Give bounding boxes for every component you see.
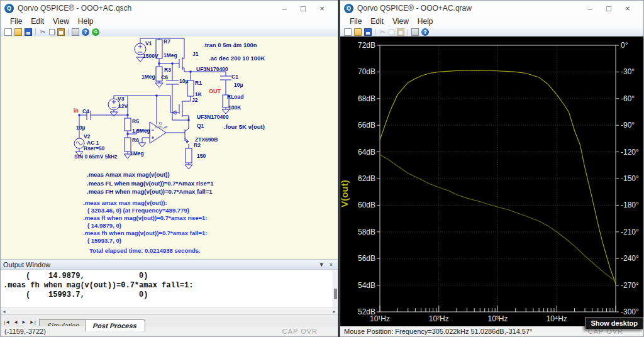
save-file-icon[interactable] xyxy=(25,28,32,36)
waveform-window: Q Qorvo QSPICE® - OOO+AC.qraw – □ × File… xyxy=(340,0,644,337)
schematic-label: X1 xyxy=(158,122,162,125)
menubar: FileEditViewHelp xyxy=(340,16,643,27)
schematic-label: TL071_an xyxy=(155,126,168,129)
schematic-label: C4 xyxy=(82,108,89,114)
schematic-label: .tran 0 5m 4m 100n xyxy=(203,41,257,48)
window-title: Qorvo QSPICE® - OOO+AC.qraw xyxy=(357,4,580,13)
x-tick-label: 10⁴Hz xyxy=(547,314,567,323)
schematic-label: R3 xyxy=(164,67,171,73)
schematic-label: 10µ xyxy=(234,82,243,88)
tab-next-icon[interactable]: ► xyxy=(20,319,28,325)
y-left-tick-label: 68dB xyxy=(358,94,375,103)
schematic-label: .meas FL when mag(v(out))=0.7*Amax rise=… xyxy=(87,180,214,187)
output-horizontal-scrollbar[interactable]: ◄ ► xyxy=(1,307,338,314)
maximize-button[interactable]: □ xyxy=(294,2,313,14)
show-desktop-tooltip: Show desktop xyxy=(585,317,643,329)
close-panel-icon[interactable]: × xyxy=(330,262,333,268)
schematic-label: .meas FH when mag(v(out))=0.7*Amax fall=… xyxy=(87,188,213,195)
menu-help[interactable]: Help xyxy=(74,17,98,26)
schematic-labels: V11500VR71MegR31MegC610µJ1UF3N170400R11K… xyxy=(74,38,265,254)
schematic-label: R2 xyxy=(194,142,201,148)
scroll-left-icon[interactable]: ◄ xyxy=(2,309,6,314)
menu-edit[interactable]: Edit xyxy=(26,17,48,26)
maximize-button[interactable]: □ xyxy=(599,2,618,14)
y-right-tick-label: 0° xyxy=(621,41,628,50)
schematic-label: J2 xyxy=(192,97,198,103)
run-icon[interactable] xyxy=(92,28,99,36)
paste-icon[interactable] xyxy=(57,28,65,36)
menu-file[interactable]: File xyxy=(345,17,366,26)
minimize-button[interactable]: – xyxy=(275,2,294,14)
close-button[interactable]: × xyxy=(618,2,637,14)
tab-last-icon[interactable]: ►| xyxy=(28,319,37,325)
scroll-right-icon[interactable]: ► xyxy=(332,309,336,314)
paste-icon[interactable] xyxy=(397,28,404,36)
cut-icon[interactable]: ✂ xyxy=(39,28,47,36)
copy-icon[interactable] xyxy=(389,29,394,35)
y-right-tick-label: -150° xyxy=(621,174,639,183)
menu-file[interactable]: File xyxy=(6,17,26,26)
schematic-label: V3 xyxy=(118,96,125,102)
y-left-tick-label: 58dB xyxy=(358,228,375,236)
y-right-tick-label: -240° xyxy=(621,254,639,263)
y-right-tick-label: -210° xyxy=(621,228,639,236)
output-vertical-scrollbar[interactable] xyxy=(333,270,338,307)
menu-view[interactable]: View xyxy=(48,17,74,26)
schematic-label: 10µ xyxy=(76,124,85,131)
titlebar[interactable]: Q Qorvo QSPICE® - OOO+AC.qraw – □ × xyxy=(340,1,643,16)
menu-view[interactable]: View xyxy=(388,17,413,26)
y-left-tick-label: 54dB xyxy=(358,281,375,290)
schematic-label: in xyxy=(74,108,79,114)
open-file-icon[interactable] xyxy=(354,28,362,36)
output-log[interactable]: ( 14.9879, 0).meas fh when mag(v(out))=0… xyxy=(1,270,338,307)
new-file-icon[interactable] xyxy=(4,28,12,36)
y-axis-label: V(out) xyxy=(340,180,350,207)
schematic-label: RLoad xyxy=(227,94,243,100)
y-left-tick-label: 62dB xyxy=(358,174,375,183)
open-file-icon[interactable] xyxy=(14,28,22,36)
schematic-label: V2 xyxy=(84,133,91,140)
x-tick-label: 10³Hz xyxy=(487,314,508,323)
left-statusbar: (-1159,-3722) CAP OVR xyxy=(1,326,338,336)
schematic-label: .meas fl when mag(v(out))=0.7*amax rise=… xyxy=(83,214,207,221)
schematic-canvas[interactable]: V11500VR71MegR31MegC610µJ1UF3N170400R11K… xyxy=(1,36,338,259)
collapse-icon[interactable]: ▼ xyxy=(319,262,325,268)
window-title: Qorvo QSPICE® - OOO+AC.qsch xyxy=(18,4,275,13)
schematic-label: C1 xyxy=(231,74,238,80)
tab-post-process[interactable]: Post Process xyxy=(85,319,145,331)
y-left-tick-label: 72dB xyxy=(358,41,375,50)
schematic-label: C6 xyxy=(161,74,168,80)
y-left-tick-label: 60dB xyxy=(358,201,375,209)
output-window-title: Output Window xyxy=(3,261,50,268)
print-icon[interactable] xyxy=(411,28,419,36)
output-window-header[interactable]: Output Window ▼ × xyxy=(1,259,338,270)
copy-icon[interactable] xyxy=(49,29,55,35)
save-file-icon[interactable] xyxy=(364,28,372,36)
print-icon[interactable] xyxy=(72,28,79,36)
new-file-icon[interactable] xyxy=(344,28,352,36)
bode-plot[interactable]: 72dB70dB68dB66dB64dB62dB60dB58dB56dB54dB… xyxy=(340,36,643,328)
y-left-tick-label: 56dB xyxy=(358,254,375,263)
output-log-line: ( 15993.7, 0) xyxy=(1,290,338,300)
close-button[interactable]: × xyxy=(313,2,331,14)
qspice-app-icon: Q xyxy=(344,4,353,13)
tab-prev-icon[interactable]: ◄ xyxy=(12,319,19,325)
menubar: FileEditViewHelp xyxy=(1,16,338,27)
titlebar[interactable]: Q Qorvo QSPICE® - OOO+AC.qsch – □ × xyxy=(1,1,338,16)
schematic-label: .ac dec 200 10 100K xyxy=(209,55,265,62)
cut-icon[interactable]: ✂ xyxy=(379,28,386,36)
schematic-label: Total elapsed time: 0.0214938 seconds. xyxy=(89,247,201,254)
schematic-label: OUT xyxy=(209,88,221,94)
schematic-label: Q1 xyxy=(197,123,204,129)
minimize-button[interactable]: – xyxy=(580,2,599,14)
menu-edit[interactable]: Edit xyxy=(366,17,388,26)
menu-help[interactable]: Help xyxy=(413,17,438,26)
tab-first-icon[interactable]: |◄ xyxy=(3,319,11,325)
y-right-tick-label: -180° xyxy=(621,201,639,209)
help-icon[interactable]: ? xyxy=(421,28,429,36)
cursor-coordinates: (-1159,-3722) xyxy=(4,328,46,335)
help-icon[interactable]: ? xyxy=(82,28,89,36)
schematic-label: .four 5K v(out) xyxy=(224,123,265,130)
schematic-label: ( 15993.7, 0) xyxy=(87,237,121,244)
schematic-label: UF3N170400 xyxy=(196,66,228,72)
